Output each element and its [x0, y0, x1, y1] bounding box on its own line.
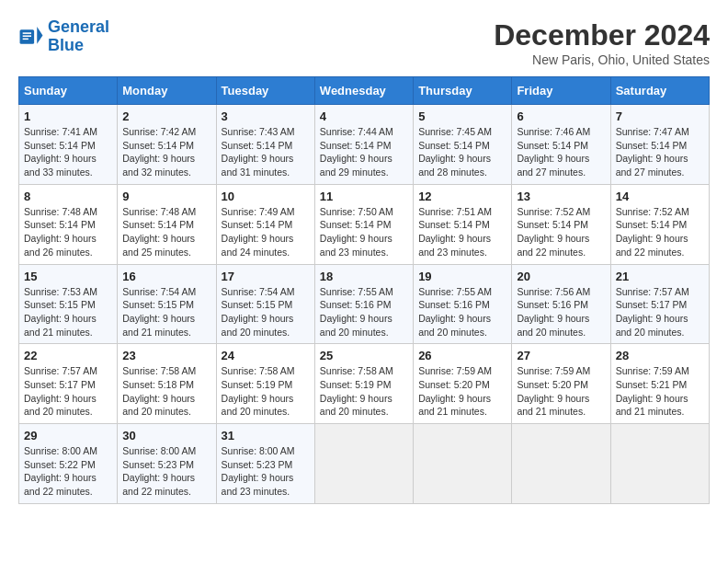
calendar-cell: 12Sunrise: 7:51 AM Sunset: 5:14 PM Dayli…	[414, 184, 512, 264]
calendar-body: 1Sunrise: 7:41 AM Sunset: 5:14 PM Daylig…	[19, 105, 710, 504]
calendar-cell: 2Sunrise: 7:42 AM Sunset: 5:14 PM Daylig…	[118, 105, 216, 185]
logo: General Blue	[18, 18, 109, 55]
day-info: Sunrise: 8:00 AM Sunset: 5:23 PM Dayligh…	[222, 444, 310, 499]
day-info: Sunrise: 7:52 AM Sunset: 5:14 PM Dayligh…	[616, 205, 704, 259]
day-info: Sunrise: 7:57 AM Sunset: 5:17 PM Dayligh…	[24, 364, 112, 419]
logo-line1: General	[48, 17, 109, 36]
day-of-week-header: Monday	[118, 77, 216, 105]
calendar-cell: 24Sunrise: 7:58 AM Sunset: 5:19 PM Dayli…	[216, 344, 314, 424]
calendar-cell	[414, 424, 512, 504]
day-number: 2	[122, 109, 210, 123]
calendar-week-row: 8Sunrise: 7:48 AM Sunset: 5:14 PM Daylig…	[19, 184, 710, 264]
calendar-week-row: 29Sunrise: 8:00 AM Sunset: 5:22 PM Dayli…	[19, 424, 710, 504]
calendar-cell	[610, 424, 709, 504]
calendar-cell: 4Sunrise: 7:44 AM Sunset: 5:14 PM Daylig…	[314, 105, 413, 185]
day-of-week-header: Thursday	[414, 77, 512, 105]
day-number: 14	[616, 190, 704, 203]
calendar-cell: 6Sunrise: 7:46 AM Sunset: 5:14 PM Daylig…	[512, 105, 610, 185]
day-of-week-header: Saturday	[610, 77, 709, 105]
day-number: 4	[320, 109, 408, 123]
calendar-header: SundayMondayTuesdayWednesdayThursdayFrid…	[19, 77, 710, 105]
calendar-cell: 8Sunrise: 7:48 AM Sunset: 5:14 PM Daylig…	[19, 184, 118, 264]
day-info: Sunrise: 7:58 AM Sunset: 5:19 PM Dayligh…	[222, 364, 310, 419]
calendar-cell: 11Sunrise: 7:50 AM Sunset: 5:14 PM Dayli…	[314, 184, 413, 264]
calendar-cell: 13Sunrise: 7:52 AM Sunset: 5:14 PM Dayli…	[512, 184, 610, 264]
day-info: Sunrise: 8:00 AM Sunset: 5:22 PM Dayligh…	[24, 444, 112, 499]
day-info: Sunrise: 7:59 AM Sunset: 5:21 PM Dayligh…	[616, 364, 704, 419]
day-number: 1	[24, 109, 112, 123]
day-number: 26	[418, 349, 506, 362]
page-header: General Blue December 2024 New Paris, Oh…	[18, 18, 710, 67]
day-info: Sunrise: 7:46 AM Sunset: 5:14 PM Dayligh…	[517, 125, 605, 179]
calendar-week-row: 22Sunrise: 7:57 AM Sunset: 5:17 PM Dayli…	[19, 344, 710, 424]
calendar-cell: 17Sunrise: 7:54 AM Sunset: 5:15 PM Dayli…	[216, 264, 314, 344]
calendar-table: SundayMondayTuesdayWednesdayThursdayFrid…	[18, 76, 710, 504]
day-info: Sunrise: 7:59 AM Sunset: 5:20 PM Dayligh…	[418, 364, 506, 419]
logo-line2: Blue	[48, 36, 84, 54]
day-of-week-header: Wednesday	[314, 77, 413, 105]
calendar-cell	[512, 424, 610, 504]
calendar-cell: 23Sunrise: 7:58 AM Sunset: 5:18 PM Dayli…	[118, 344, 216, 424]
calendar-cell: 22Sunrise: 7:57 AM Sunset: 5:17 PM Dayli…	[19, 344, 118, 424]
calendar-cell: 3Sunrise: 7:43 AM Sunset: 5:14 PM Daylig…	[216, 105, 314, 185]
day-number: 23	[122, 349, 210, 362]
day-number: 27	[517, 349, 605, 362]
day-of-week-header: Tuesday	[216, 77, 314, 105]
day-number: 25	[320, 349, 408, 362]
title-block: December 2024 New Paris, Ohio, United St…	[494, 18, 710, 67]
svg-rect-3	[23, 38, 28, 40]
day-info: Sunrise: 8:00 AM Sunset: 5:23 PM Dayligh…	[122, 444, 210, 499]
day-info: Sunrise: 7:42 AM Sunset: 5:14 PM Dayligh…	[122, 125, 210, 179]
calendar-cell	[314, 424, 413, 504]
days-of-week-row: SundayMondayTuesdayWednesdayThursdayFrid…	[19, 77, 710, 105]
main-title: December 2024	[494, 18, 710, 52]
calendar-cell: 5Sunrise: 7:45 AM Sunset: 5:14 PM Daylig…	[414, 105, 512, 185]
day-number: 18	[320, 270, 408, 283]
day-number: 22	[24, 349, 112, 362]
calendar-cell: 28Sunrise: 7:59 AM Sunset: 5:21 PM Dayli…	[610, 344, 709, 424]
day-info: Sunrise: 7:58 AM Sunset: 5:18 PM Dayligh…	[122, 364, 210, 419]
calendar-cell: 21Sunrise: 7:57 AM Sunset: 5:17 PM Dayli…	[610, 264, 709, 344]
calendar-cell: 26Sunrise: 7:59 AM Sunset: 5:20 PM Dayli…	[414, 344, 512, 424]
day-info: Sunrise: 7:52 AM Sunset: 5:14 PM Dayligh…	[517, 205, 605, 259]
day-info: Sunrise: 7:45 AM Sunset: 5:14 PM Dayligh…	[418, 125, 506, 179]
calendar-week-row: 15Sunrise: 7:53 AM Sunset: 5:15 PM Dayli…	[19, 264, 710, 344]
day-number: 30	[122, 429, 210, 442]
day-number: 17	[222, 270, 310, 283]
calendar-cell: 10Sunrise: 7:49 AM Sunset: 5:14 PM Dayli…	[216, 184, 314, 264]
day-info: Sunrise: 7:49 AM Sunset: 5:14 PM Dayligh…	[222, 205, 310, 259]
location-subtitle: New Paris, Ohio, United States	[494, 52, 710, 67]
calendar-cell: 29Sunrise: 8:00 AM Sunset: 5:22 PM Dayli…	[19, 424, 118, 504]
day-number: 28	[616, 349, 704, 362]
day-info: Sunrise: 7:59 AM Sunset: 5:20 PM Dayligh…	[517, 364, 605, 419]
day-info: Sunrise: 7:48 AM Sunset: 5:14 PM Dayligh…	[24, 205, 112, 259]
day-number: 12	[418, 190, 506, 203]
day-info: Sunrise: 7:41 AM Sunset: 5:14 PM Dayligh…	[24, 125, 112, 179]
day-info: Sunrise: 7:55 AM Sunset: 5:16 PM Dayligh…	[320, 285, 408, 339]
day-info: Sunrise: 7:50 AM Sunset: 5:14 PM Dayligh…	[320, 205, 408, 259]
calendar-cell: 16Sunrise: 7:54 AM Sunset: 5:15 PM Dayli…	[118, 264, 216, 344]
day-number: 9	[122, 190, 210, 203]
day-number: 24	[222, 349, 310, 362]
day-number: 3	[222, 109, 310, 123]
day-number: 10	[222, 190, 310, 203]
svg-rect-1	[23, 32, 31, 34]
day-of-week-header: Friday	[512, 77, 610, 105]
day-info: Sunrise: 7:54 AM Sunset: 5:15 PM Dayligh…	[122, 285, 210, 339]
calendar-cell: 7Sunrise: 7:47 AM Sunset: 5:14 PM Daylig…	[610, 105, 709, 185]
calendar-cell: 19Sunrise: 7:55 AM Sunset: 5:16 PM Dayli…	[414, 264, 512, 344]
day-number: 11	[320, 190, 408, 203]
day-number: 5	[418, 109, 506, 123]
day-of-week-header: Sunday	[19, 77, 118, 105]
day-number: 31	[222, 429, 310, 442]
calendar-cell: 30Sunrise: 8:00 AM Sunset: 5:23 PM Dayli…	[118, 424, 216, 504]
day-number: 21	[616, 270, 704, 283]
day-number: 16	[122, 270, 210, 283]
calendar-cell: 25Sunrise: 7:58 AM Sunset: 5:19 PM Dayli…	[314, 344, 413, 424]
svg-rect-2	[23, 35, 31, 37]
logo-text: General Blue	[48, 18, 109, 55]
day-number: 6	[517, 109, 605, 123]
day-number: 19	[418, 270, 506, 283]
calendar-cell: 20Sunrise: 7:56 AM Sunset: 5:16 PM Dayli…	[512, 264, 610, 344]
calendar-week-row: 1Sunrise: 7:41 AM Sunset: 5:14 PM Daylig…	[19, 105, 710, 185]
